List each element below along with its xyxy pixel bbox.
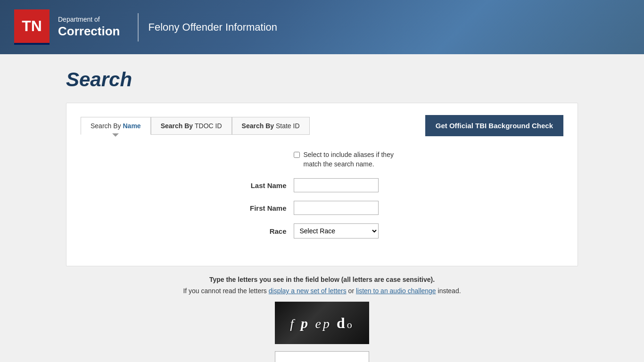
alias-row: Select to include aliases if they match …	[294, 150, 407, 169]
tabs-container: Search By Name Search By TDOC ID Search …	[81, 117, 310, 135]
captcha-image: f p ep do	[275, 302, 369, 344]
dept-text: Department of Correction	[50, 15, 128, 40]
tab-search-by-tdoc[interactable]: Search By TDOC ID	[151, 117, 232, 135]
header-title: Felony Offender Information	[148, 21, 277, 33]
last-name-input[interactable]	[294, 178, 379, 192]
tab-state-label: State ID	[276, 122, 300, 130]
site-header: TN Department of Correction Felony Offen…	[0, 0, 644, 54]
dept-of: Department of	[58, 15, 120, 24]
page-title: Search	[66, 68, 578, 91]
tab-state-prefix: Search By	[242, 122, 276, 130]
first-name-row: First Name	[237, 201, 407, 215]
logo-block: TN Department of Correction	[14, 9, 128, 45]
race-label: Race	[237, 227, 294, 235]
captcha-end-text: instead.	[436, 287, 461, 295]
tbi-background-check-button[interactable]: Get Official TBI Background Check	[425, 115, 563, 136]
tab-active-indicator	[112, 133, 119, 137]
captcha-or-text: or	[347, 287, 356, 295]
last-name-label: Last Name	[237, 181, 294, 189]
tab-tdoc-prefix: Search By	[161, 122, 195, 130]
captcha-links-row: If you cannot read the letters display a…	[90, 287, 554, 295]
first-name-input[interactable]	[294, 201, 379, 215]
race-row: Race Select Race White Black Hispanic As…	[237, 223, 407, 239]
captcha-section: Type the letters you see in the field be…	[66, 276, 578, 362]
tn-logo: TN	[14, 9, 50, 45]
tab-tdoc-label: TDOC ID	[195, 122, 222, 130]
header-divider	[138, 13, 139, 41]
audio-challenge-link[interactable]: listen to an audio challenge	[356, 287, 436, 295]
form-area: Select to include aliases if they match …	[81, 146, 563, 252]
form-inner: Select to include aliases if they match …	[237, 150, 407, 247]
alias-checkbox-area: Select to include aliases if they match …	[294, 150, 407, 169]
captcha-instruction: Type the letters you see in the field be…	[90, 276, 554, 283]
captcha-prefix-text: If you cannot read the letters	[183, 287, 268, 295]
tab-search-by-state[interactable]: Search By State ID	[232, 117, 310, 135]
tabs-row: Search By Name Search By TDOC ID Search …	[81, 115, 563, 136]
display-new-letters-link[interactable]: display a new set of letters	[269, 287, 347, 295]
alias-checkbox[interactable]	[294, 152, 300, 158]
tab-name-label: Name	[123, 122, 140, 130]
dept-correction: Correction	[58, 24, 120, 40]
race-select[interactable]: Select Race White Black Hispanic Asian N…	[294, 223, 379, 239]
captcha-input[interactable]	[275, 351, 369, 362]
main-content: Search Search By Name Search By TDOC ID …	[0, 54, 644, 362]
last-name-row: Last Name	[237, 178, 407, 192]
first-name-label: First Name	[237, 204, 294, 212]
tab-search-by-name[interactable]: Search By Name	[81, 117, 151, 135]
captcha-text: f p ep do	[290, 314, 354, 332]
tab-name-prefix: Search By	[91, 122, 123, 130]
search-card: Search By Name Search By TDOC ID Search …	[66, 103, 578, 266]
alias-label: Select to include aliases if they match …	[304, 150, 407, 169]
